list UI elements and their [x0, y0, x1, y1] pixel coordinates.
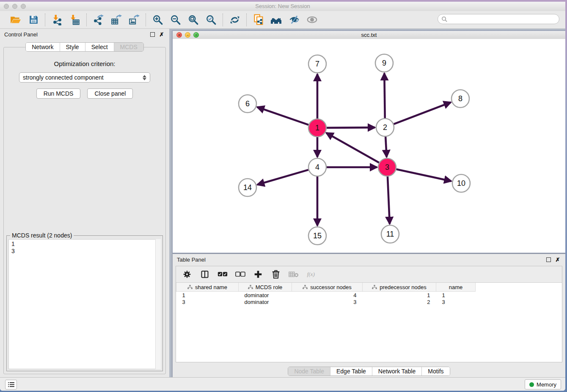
optimization-criterion-select[interactable]: strongly connected component — [19, 72, 150, 83]
add-column-icon[interactable] — [253, 269, 263, 279]
list-icon — [8, 382, 14, 387]
table-panel: Table Panel ✗ — [172, 254, 565, 380]
show-eye-icon[interactable] — [306, 14, 318, 26]
graph-node-9[interactable]: 9 — [375, 54, 393, 72]
table-toolbar: f(x) — [176, 266, 562, 283]
tab-edge-table[interactable]: Edge Table — [330, 367, 372, 375]
export-table-icon[interactable] — [110, 14, 122, 26]
graph-node-10[interactable]: 10 — [452, 174, 470, 192]
open-folder-icon[interactable] — [10, 14, 22, 26]
tab-node-table[interactable]: Node Table — [288, 367, 330, 375]
select-all-icon[interactable] — [217, 269, 228, 279]
search-input[interactable] — [438, 14, 559, 24]
network-canvas[interactable]: 7968124314101511 — [173, 39, 565, 253]
memory-label: Memory — [537, 381, 556, 388]
graph-node-1[interactable]: 1 — [308, 119, 326, 137]
graph-node-4[interactable]: 4 — [308, 158, 326, 176]
graph-edge-3-1[interactable] — [326, 133, 379, 163]
mcds-result-list[interactable]: 13 — [8, 239, 161, 369]
export-image-icon[interactable] — [128, 14, 140, 26]
function-builder-icon[interactable]: f(x) — [306, 269, 317, 279]
tab-network[interactable]: Network — [26, 43, 60, 51]
graph-edge-2-9[interactable] — [384, 73, 385, 118]
graph-node-8[interactable]: 8 — [451, 90, 469, 108]
split-column-icon[interactable] — [200, 269, 210, 279]
zoom-out-icon[interactable] — [170, 14, 182, 26]
svg-text:2: 2 — [383, 123, 387, 132]
mcds-tab-content: Optimization criterion: strongly connect… — [3, 47, 166, 374]
tab-motifs[interactable]: Motifs — [422, 367, 449, 375]
svg-text:1: 1 — [315, 124, 319, 132]
graph-edge-3-10[interactable] — [396, 169, 451, 181]
mcds-result-scrollbar[interactable] — [155, 239, 161, 369]
graph-node-2[interactable]: 2 — [376, 119, 394, 136]
graph-node-11[interactable]: 11 — [381, 225, 399, 243]
memory-status-icon — [529, 382, 534, 387]
column-header-name[interactable]: name — [436, 283, 476, 292]
close-panel-icon[interactable]: ✗ — [158, 31, 165, 38]
float-panel-icon[interactable] — [149, 31, 156, 38]
svg-text:10: 10 — [457, 179, 465, 188]
node-table[interactable]: shared nameMCDS rolesuccessor nodesprede… — [176, 283, 476, 305]
delete-table-icon[interactable] — [289, 269, 299, 279]
control-panel-title: Control Panel — [4, 31, 38, 38]
deselect-all-icon[interactable] — [235, 269, 245, 279]
delete-column-trash-icon[interactable] — [271, 269, 281, 279]
graph-node-15[interactable]: 15 — [308, 227, 326, 245]
graph-edge-1-2[interactable] — [327, 127, 375, 128]
optimization-criterion-label: Optimization criterion: — [4, 60, 165, 67]
save-session-icon[interactable] — [28, 14, 39, 26]
column-header-shared-name[interactable]: shared name — [176, 283, 239, 292]
refresh-icon[interactable] — [229, 14, 241, 26]
memory-button[interactable]: Memory — [525, 379, 561, 389]
graph-node-14[interactable]: 14 — [239, 179, 256, 196]
graph-edge-2-3[interactable] — [385, 137, 387, 157]
graph-node-6[interactable]: 6 — [239, 95, 256, 113]
import-table-icon[interactable] — [69, 14, 81, 26]
tab-network-table[interactable]: Network Table — [372, 367, 422, 375]
graph-edge-1-6[interactable] — [257, 107, 309, 125]
mcds-result-group: MCDS result (2 nodes) 13 — [6, 235, 163, 371]
column-header-MCDS-role[interactable]: MCDS role — [239, 283, 292, 292]
svg-text:11: 11 — [386, 230, 394, 238]
svg-text:7: 7 — [315, 60, 319, 68]
graph-edge-2-8[interactable] — [394, 102, 451, 124]
network-window-title: scc.txt — [173, 32, 565, 38]
home-icon[interactable] — [270, 14, 282, 26]
hide-panels-eye-icon[interactable] — [288, 14, 300, 26]
export-network-icon[interactable] — [93, 14, 105, 26]
table-row[interactable]: 1dominator411 — [176, 292, 476, 299]
main-toolbar — [0, 11, 565, 29]
graph-node-3[interactable]: 3 — [378, 158, 396, 176]
tab-style[interactable]: Style — [60, 43, 85, 51]
select-stepper-icon — [143, 75, 146, 80]
svg-text:15: 15 — [313, 232, 322, 240]
gear-icon[interactable] — [182, 269, 192, 279]
table-row[interactable]: 3dominator323 — [176, 298, 476, 305]
table-panel-tabs: Node TableEdge TableNetwork TableMotifs — [288, 367, 450, 376]
graph-edge-3-11[interactable] — [388, 177, 390, 224]
network-graph: 7968124314101511 — [173, 39, 564, 252]
task-history-button[interactable] — [5, 380, 17, 389]
column-header-predecessor-nodes[interactable]: predecessor nodes — [363, 283, 436, 292]
network-view-window: ✕ − + scc.txt 7968124314101511 — [172, 30, 565, 253]
status-bar: Memory — [0, 377, 565, 391]
graph-edge-4-14[interactable] — [257, 170, 308, 185]
import-network-icon[interactable] — [51, 14, 63, 26]
close-panel-button[interactable]: Close panel — [87, 88, 133, 99]
mcds-result-item: 1 — [11, 240, 158, 248]
workspace: ✕ − + scc.txt 7968124314101511 Table Pan… — [170, 29, 565, 378]
zoom-fit-icon[interactable] — [187, 14, 199, 26]
run-mcds-button[interactable]: Run MCDS — [36, 88, 81, 99]
column-header-successor-nodes[interactable]: successor nodes — [292, 283, 363, 292]
svg-text:6: 6 — [245, 99, 250, 108]
copy-network-icon[interactable] — [253, 14, 264, 26]
close-table-panel-icon[interactable]: ✗ — [554, 256, 561, 263]
zoom-in-icon[interactable] — [152, 14, 164, 26]
float-table-panel-icon[interactable] — [545, 256, 552, 263]
tab-select[interactable]: Select — [85, 43, 114, 51]
tab-mcds[interactable]: MCDS — [114, 43, 143, 51]
zoom-selected-icon[interactable] — [205, 14, 217, 26]
graph-node-7[interactable]: 7 — [308, 55, 326, 73]
search-icon — [441, 16, 448, 22]
